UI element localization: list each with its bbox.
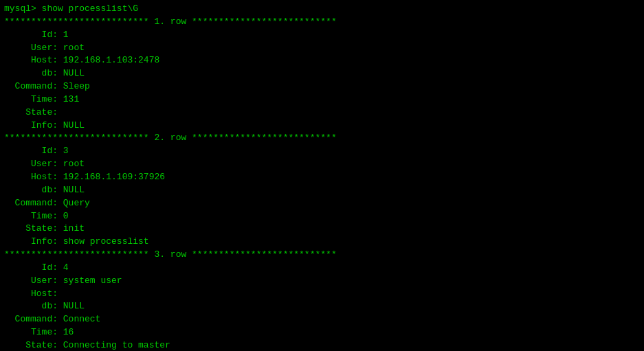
row-separator-3: *************************** 3. row *****…	[4, 249, 640, 262]
field-info-row2: Info: show processlist	[4, 236, 640, 249]
field-time-row2: Time: 0	[4, 210, 640, 223]
row-separator-2: *************************** 2. row *****…	[4, 132, 640, 145]
field-state-row1: State:	[4, 106, 640, 120]
row-separator-1: *************************** 1. row *****…	[4, 16, 640, 29]
field-state-row3: State: Connecting to master	[4, 339, 640, 351]
field-time-row3: Time: 16	[4, 326, 640, 339]
field-db-row2: db: NULL	[4, 184, 640, 197]
field-user-row1: User: root	[4, 42, 640, 55]
field-db-row3: db: NULL	[4, 300, 640, 313]
field-id-row3: Id: 4	[4, 262, 640, 275]
field-time-row1: Time: 131	[4, 93, 640, 106]
field-host-row3: Host:	[4, 288, 640, 301]
terminal: mysql> show processlist\G***************…	[0, 0, 644, 351]
field-info-row1: Info: NULL	[4, 120, 640, 133]
field-user-row3: User: system user	[4, 275, 640, 288]
field-host-row2: Host: 192.168.1.109:37926	[4, 171, 640, 184]
field-command-row3: Command: Connect	[4, 313, 640, 326]
field-command-row2: Command: Query	[4, 197, 640, 210]
field-host-row1: Host: 192.168.1.103:2478	[4, 54, 640, 67]
prompt-line: mysql> show processlist\G	[4, 3, 640, 16]
field-user-row2: User: root	[4, 158, 640, 171]
field-id-row1: Id: 1	[4, 29, 640, 42]
field-command-row1: Command: Sleep	[4, 80, 640, 93]
field-db-row1: db: NULL	[4, 67, 640, 80]
field-state-row2: State: init	[4, 223, 640, 236]
field-id-row2: Id: 3	[4, 145, 640, 158]
